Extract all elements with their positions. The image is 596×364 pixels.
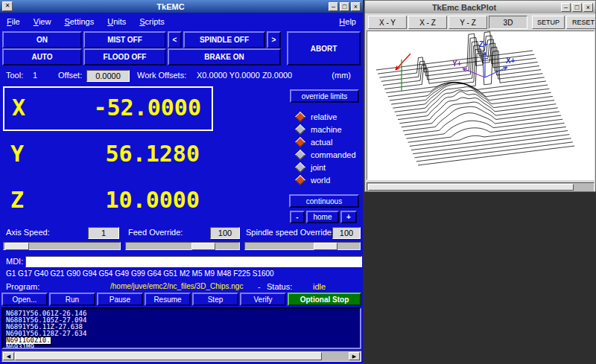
machine-on-button[interactable]: ON: [2, 31, 82, 48]
scrollbar-thumb[interactable]: [15, 352, 322, 360]
run-button[interactable]: Run: [49, 293, 95, 306]
radio-actual-indicator-icon: [295, 136, 305, 147]
listing-line: N6931M9: [6, 344, 360, 349]
minimize-icon[interactable]: –: [329, 2, 338, 11]
feed-override-slider[interactable]: [125, 242, 240, 250]
radio-world-indicator-icon: [295, 174, 305, 185]
tool-label: Tool:: [6, 71, 23, 80]
menu-help[interactable]: Help: [339, 17, 356, 26]
menu-scripts[interactable]: Scripts: [139, 17, 165, 26]
jog-minus-button[interactable]: -: [290, 211, 305, 223]
radio-actual[interactable]: actual: [297, 136, 332, 147]
minimize-icon[interactable]: –: [561, 3, 571, 12]
listing-horizontal-scrollbar[interactable]: ◀ ▶: [1, 351, 361, 362]
backplot-canvas-area: Z+ Y+ X+: [367, 31, 595, 180]
program-separator: -: [258, 282, 261, 291]
tkemc-window-title: TkEMC: [13, 2, 329, 11]
axis-display-x[interactable]: X -52.0000: [3, 86, 213, 131]
spindle-faster-button[interactable]: >: [267, 31, 281, 48]
axis-z-value: 10.0000: [106, 187, 200, 213]
mode-auto-button[interactable]: AUTO: [2, 48, 82, 66]
menu-view[interactable]: View: [34, 17, 51, 26]
open-button[interactable]: Open...: [1, 293, 48, 306]
backplot-titlebar[interactable]: TkEmc BackPlot – □ ×: [365, 1, 595, 13]
scroll-left-icon[interactable]: ◀: [3, 352, 14, 360]
radio-relative-indicator-icon: [295, 111, 305, 121]
menu-settings[interactable]: Settings: [64, 17, 94, 26]
maximize-icon[interactable]: □: [340, 2, 349, 11]
backplot-window-controls: – □ ×: [561, 3, 593, 12]
offset-value: 0.0000: [86, 70, 130, 82]
spindle-button[interactable]: SPINDLE OFF: [183, 31, 265, 48]
mdi-label: MDI:: [6, 257, 23, 266]
close-icon[interactable]: ×: [351, 2, 361, 11]
close-icon[interactable]: ×: [583, 3, 593, 12]
radio-joint[interactable]: joint: [297, 162, 326, 173]
setup-button[interactable]: SETUP: [532, 16, 565, 29]
radio-machine-indicator-icon: [295, 124, 305, 134]
desktop: ✕ TkEMC – □ × File View Settings Units S…: [0, 0, 596, 364]
scrollbar-thumb[interactable]: [368, 184, 574, 191]
axis-z-letter: Z: [10, 187, 24, 213]
program-label: Program:: [6, 282, 39, 291]
home-button[interactable]: home: [306, 211, 339, 223]
resume-button[interactable]: Resume: [145, 293, 191, 306]
spindle-override-value: 100: [332, 227, 361, 239]
backplot-horizontal-scrollbar[interactable]: [367, 182, 595, 192]
feed-override-label: Feed Override:: [128, 228, 183, 237]
menu-units[interactable]: Units: [107, 17, 126, 26]
jog-mode-dropdown[interactable]: continuous: [289, 194, 359, 208]
mdi-input[interactable]: [25, 256, 362, 267]
feed-override-slider-handle[interactable]: [191, 243, 215, 250]
axis-speed-label: Axis Speed:: [6, 228, 50, 237]
radio-commanded-indicator-icon: [295, 149, 305, 159]
pause-button[interactable]: Pause: [97, 293, 143, 306]
step-button[interactable]: Step: [192, 293, 238, 306]
backplot-window-title: TkEmc BackPlot: [367, 3, 561, 12]
radio-machine-label: machine: [311, 125, 342, 134]
program-status-label: Status:: [267, 282, 292, 291]
work-offsets-label: Work Offsets:: [137, 71, 186, 80]
spindle-override-slider[interactable]: [244, 242, 361, 250]
abort-button[interactable]: ABORT: [287, 31, 361, 66]
y-axis-label: Y+: [452, 60, 462, 68]
maximize-icon[interactable]: □: [572, 3, 582, 12]
axis-display-y[interactable]: Y 56.1280: [3, 134, 210, 176]
reset-button[interactable]: RESET: [566, 16, 596, 29]
tab-xz[interactable]: X - Z: [408, 16, 447, 29]
tab-3d[interactable]: 3D: [489, 16, 527, 29]
backplot-window: TkEmc BackPlot – □ × X - Y X - Z Y - Z 3…: [364, 0, 596, 192]
flood-button[interactable]: FLOOD OFF: [83, 48, 166, 66]
tab-yz[interactable]: Y - Z: [448, 16, 487, 29]
radio-relative[interactable]: relative: [297, 111, 337, 122]
feed-override-value: 100: [210, 227, 240, 239]
axis-speed-slider[interactable]: [3, 242, 121, 250]
axis-speed-slider-handle[interactable]: [5, 243, 29, 250]
mist-button[interactable]: MIST OFF: [83, 31, 166, 48]
axis-display-z[interactable]: Z 10.0000: [3, 180, 210, 222]
spindle-override-slider-handle[interactable]: [314, 243, 337, 250]
axis-x-letter: X: [12, 95, 25, 121]
brake-button[interactable]: BRAKE ON: [168, 48, 281, 66]
jog-plus-button[interactable]: +: [340, 211, 357, 223]
work-offsets-value: X0.0000 Y0.0000 Z0.0000: [197, 71, 292, 80]
radio-actual-label: actual: [311, 138, 332, 147]
menu-file[interactable]: File: [7, 17, 20, 26]
tkemc-titlebar[interactable]: ✕ TkEMC – □ ×: [0, 0, 363, 13]
optional-stop-button[interactable]: Optional Stop: [288, 293, 361, 306]
radio-machine[interactable]: machine: [297, 124, 342, 135]
radio-relative-label: relative: [311, 112, 337, 121]
radio-world[interactable]: world: [297, 174, 330, 185]
radio-commanded[interactable]: commanded: [297, 149, 356, 160]
spindle-slower-button[interactable]: <: [168, 31, 182, 48]
radio-world-label: world: [311, 176, 330, 185]
override-limits-button[interactable]: override limits: [290, 89, 359, 103]
tkemc-menubar: File View Settings Units Scripts Help: [0, 13, 363, 30]
window-menu-icon[interactable]: ✕: [2, 1, 13, 11]
verify-button[interactable]: Verify: [240, 293, 286, 306]
listing-line: N6901Y56.128Z-27.634: [6, 331, 360, 337]
scroll-right-icon[interactable]: ▶: [349, 352, 360, 360]
offset-label: Offset:: [58, 71, 82, 80]
program-listing[interactable]: N6871Y56.061Z-26.146 N6881Y56.105Z-27.09…: [1, 307, 361, 349]
tab-xy[interactable]: X - Y: [368, 16, 407, 29]
